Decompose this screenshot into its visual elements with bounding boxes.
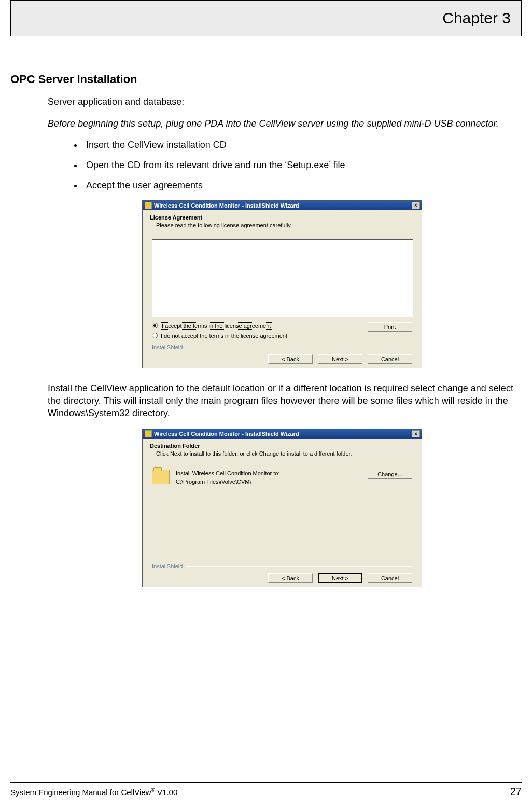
license-dialog: Wireless Cell Condition Monitor - Instal… <box>142 200 422 368</box>
dialog-subheading: Click Next to install to this folder, or… <box>150 450 414 457</box>
divider <box>186 347 412 347</box>
page-number: 27 <box>510 786 522 798</box>
install-location-paragraph: Install the CellView application to the … <box>48 382 516 420</box>
dialog-titlebar: Wireless Cell Condition Monitor - Instal… <box>143 429 422 439</box>
close-button[interactable]: × <box>412 430 420 437</box>
page-header: Chapter 3 <box>10 0 522 36</box>
back-button[interactable]: < Back <box>268 573 313 583</box>
next-button[interactable]: Next > <box>318 573 362 583</box>
change-button[interactable]: Change... <box>368 470 412 479</box>
installer-icon <box>145 430 152 437</box>
install-path: C:\Program Files\iVolve\CVM\ <box>176 478 280 486</box>
next-button[interactable]: Next > <box>318 354 362 364</box>
section-heading: OPC Server Installation <box>10 73 522 86</box>
installer-icon <box>145 202 152 209</box>
dialog-heading: Destination Folder <box>150 443 414 449</box>
brand-label: InstallShield <box>152 563 183 569</box>
cancel-button[interactable]: Cancel <box>368 354 412 364</box>
radio-label: I do not accept the terms in the license… <box>161 333 287 339</box>
divider <box>186 566 412 567</box>
brand-label: InstallShield <box>152 344 183 350</box>
dialog-titlebar: Wireless Cell Condition Monitor - Instal… <box>143 201 422 210</box>
folder-icon <box>152 470 170 484</box>
intro-note: Before beginning this setup, plug one PD… <box>48 117 516 130</box>
dialog-heading: License Agreement <box>150 214 414 221</box>
radio-icon <box>152 323 158 328</box>
list-item: Insert the CellView installation CD <box>83 140 516 150</box>
dialog-header: License Agreement Please read the follow… <box>143 210 422 234</box>
list-item: Open the CD from its relevant drive and … <box>83 160 516 171</box>
print-label-rest: rint <box>388 324 396 330</box>
page-footer: System Engineering Manual for CellView® … <box>10 782 522 798</box>
dialog-subheading: Please read the following license agreem… <box>150 222 414 228</box>
radio-label: I accept the terms in the license agreem… <box>161 322 272 330</box>
dialog-title: Wireless Cell Condition Monitor - Instal… <box>154 431 299 437</box>
dialog-header: Destination Folder Click Next to install… <box>143 439 422 462</box>
back-button[interactable]: < Back <box>268 354 313 364</box>
reject-radio[interactable]: I do not accept the terms in the license… <box>152 333 287 339</box>
radio-icon <box>152 333 158 338</box>
footer-manual-title: System Engineering Manual for CellView® … <box>10 787 177 797</box>
install-to-label: Install Wireless Cell Condition Monitor … <box>176 470 280 477</box>
dialog-title: Wireless Cell Condition Monitor - Instal… <box>154 202 299 209</box>
print-button[interactable]: Print <box>368 322 412 332</box>
destination-dialog: Wireless Cell Condition Monitor - Instal… <box>142 429 422 587</box>
accept-radio[interactable]: I accept the terms in the license agreem… <box>152 322 287 330</box>
chapter-label: Chapter 3 <box>442 9 511 27</box>
license-text-area[interactable] <box>152 239 413 317</box>
list-item: Accept the user agreements <box>83 180 516 191</box>
install-steps-list: Insert the CellView installation CD Open… <box>48 140 516 191</box>
close-button[interactable]: × <box>412 202 420 209</box>
intro-text: Server application and database: <box>48 95 516 108</box>
cancel-button[interactable]: Cancel <box>368 573 412 583</box>
